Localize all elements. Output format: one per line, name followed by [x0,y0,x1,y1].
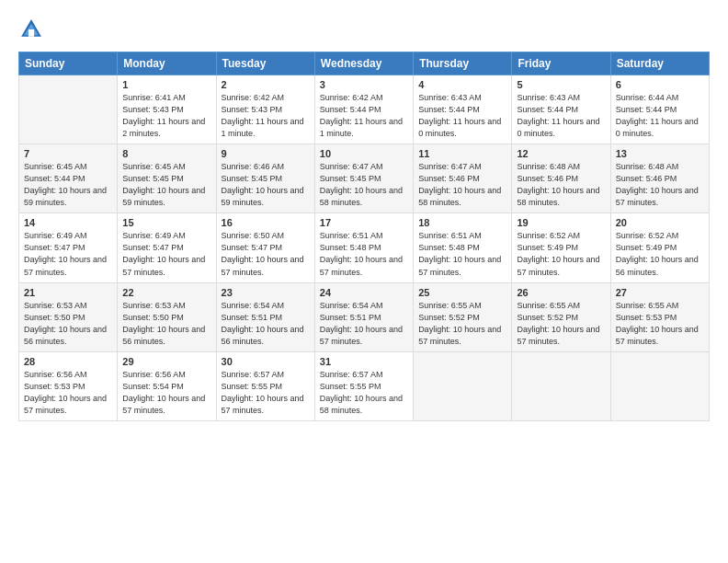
sunset-text: Sunset: 5:46 PM [517,173,605,185]
sunrise-text: Sunrise: 6:57 AM [222,369,310,381]
calendar-cell: 21Sunrise: 6:53 AMSunset: 5:50 PMDayligh… [19,282,118,351]
calendar-cell: 26Sunrise: 6:55 AMSunset: 5:52 PMDayligh… [512,282,610,351]
calendar-cell: 23Sunrise: 6:54 AMSunset: 5:51 PMDayligh… [216,282,314,351]
day-number: 18 [418,217,506,228]
calendar-cell [19,75,118,144]
calendar-cell: 3Sunrise: 6:42 AMSunset: 5:44 PMDaylight… [314,75,413,144]
day-number: 7 [24,148,112,159]
sunrise-text: Sunrise: 6:53 AM [122,300,210,312]
day-number: 24 [320,287,408,298]
daylight-text: Daylight: 11 hours and 0 minutes. [616,116,704,140]
sunrise-text: Sunrise: 6:48 AM [616,161,704,173]
cell-content: Sunrise: 6:56 AMSunset: 5:53 PMDaylight:… [24,369,112,417]
daylight-text: Daylight: 10 hours and 59 minutes. [222,185,310,209]
day-number: 15 [122,217,210,228]
sunset-text: Sunset: 5:49 PM [517,242,605,254]
logo [18,17,48,42]
cell-content: Sunrise: 6:54 AMSunset: 5:51 PMDaylight:… [222,300,310,348]
cell-content: Sunrise: 6:43 AMSunset: 5:44 PMDaylight:… [517,92,605,140]
daylight-text: Daylight: 10 hours and 59 minutes. [24,185,112,209]
page: SundayMondayTuesdayWednesdayThursdayFrid… [0,0,728,563]
sunset-text: Sunset: 5:50 PM [24,312,112,324]
calendar-cell: 12Sunrise: 6:48 AMSunset: 5:46 PMDayligh… [512,144,610,213]
calendar-cell: 29Sunrise: 6:56 AMSunset: 5:54 PMDayligh… [118,351,216,420]
day-number: 17 [320,217,408,228]
sunset-text: Sunset: 5:44 PM [320,104,408,116]
calendar-cell: 11Sunrise: 6:47 AMSunset: 5:46 PMDayligh… [414,144,512,213]
week-row-3: 14Sunrise: 6:49 AMSunset: 5:47 PMDayligh… [19,213,710,282]
svg-rect-2 [28,29,34,37]
calendar-cell [414,351,512,420]
sunset-text: Sunset: 5:46 PM [418,173,506,185]
daylight-text: Daylight: 11 hours and 0 minutes. [517,116,605,140]
sunset-text: Sunset: 5:45 PM [122,173,210,185]
calendar-cell: 15Sunrise: 6:49 AMSunset: 5:47 PMDayligh… [118,213,216,282]
daylight-text: Daylight: 11 hours and 0 minutes. [418,116,506,140]
calendar-table: SundayMondayTuesdayWednesdayThursdayFrid… [18,52,710,421]
sunset-text: Sunset: 5:47 PM [122,242,210,254]
calendar-cell: 16Sunrise: 6:50 AMSunset: 5:47 PMDayligh… [216,213,314,282]
cell-content: Sunrise: 6:49 AMSunset: 5:47 PMDaylight:… [122,230,210,278]
daylight-text: Daylight: 10 hours and 57 minutes. [320,324,408,348]
sunrise-text: Sunrise: 6:54 AM [222,300,310,312]
sunrise-text: Sunrise: 6:55 AM [418,300,506,312]
day-number: 19 [517,217,605,228]
day-number: 27 [616,287,704,298]
sunset-text: Sunset: 5:46 PM [616,173,704,185]
sunset-text: Sunset: 5:45 PM [320,173,408,185]
sunset-text: Sunset: 5:44 PM [24,173,112,185]
sunrise-text: Sunrise: 6:56 AM [24,369,112,381]
daylight-text: Daylight: 11 hours and 1 minute. [320,116,408,140]
daylight-text: Daylight: 10 hours and 56 minutes. [616,254,704,278]
cell-content: Sunrise: 6:55 AMSunset: 5:52 PMDaylight:… [517,300,605,348]
sunset-text: Sunset: 5:51 PM [222,312,310,324]
cell-content: Sunrise: 6:54 AMSunset: 5:51 PMDaylight:… [320,300,408,348]
sunrise-text: Sunrise: 6:42 AM [320,92,408,104]
week-row-1: 1Sunrise: 6:41 AMSunset: 5:43 PMDaylight… [19,75,710,144]
sunset-text: Sunset: 5:44 PM [616,104,704,116]
cell-content: Sunrise: 6:53 AMSunset: 5:50 PMDaylight:… [122,300,210,348]
calendar-cell: 28Sunrise: 6:56 AMSunset: 5:53 PMDayligh… [19,351,118,420]
sunset-text: Sunset: 5:52 PM [517,312,605,324]
daylight-text: Daylight: 10 hours and 57 minutes. [418,254,506,278]
daylight-text: Daylight: 10 hours and 57 minutes. [517,324,605,348]
sunrise-text: Sunrise: 6:45 AM [122,161,210,173]
sunrise-text: Sunrise: 6:52 AM [616,230,704,242]
cell-content: Sunrise: 6:45 AMSunset: 5:44 PMDaylight:… [24,161,112,209]
calendar-cell: 2Sunrise: 6:42 AMSunset: 5:43 PMDaylight… [216,75,314,144]
sunset-text: Sunset: 5:48 PM [418,242,506,254]
cell-content: Sunrise: 6:49 AMSunset: 5:47 PMDaylight:… [24,230,112,278]
col-header-thursday: Thursday [414,52,512,75]
week-row-4: 21Sunrise: 6:53 AMSunset: 5:50 PMDayligh… [19,282,710,351]
calendar-cell: 22Sunrise: 6:53 AMSunset: 5:50 PMDayligh… [118,282,216,351]
sunset-text: Sunset: 5:47 PM [222,242,310,254]
calendar-cell: 14Sunrise: 6:49 AMSunset: 5:47 PMDayligh… [19,213,118,282]
sunset-text: Sunset: 5:43 PM [122,104,210,116]
day-number: 12 [517,148,605,159]
sunset-text: Sunset: 5:43 PM [222,104,310,116]
daylight-text: Daylight: 10 hours and 57 minutes. [616,185,704,209]
daylight-text: Daylight: 11 hours and 1 minute. [222,116,310,140]
calendar-cell: 27Sunrise: 6:55 AMSunset: 5:53 PMDayligh… [610,282,709,351]
sunset-text: Sunset: 5:49 PM [616,242,704,254]
cell-content: Sunrise: 6:46 AMSunset: 5:45 PMDaylight:… [222,161,310,209]
daylight-text: Daylight: 10 hours and 59 minutes. [122,185,210,209]
calendar-cell [512,351,610,420]
calendar-cell: 17Sunrise: 6:51 AMSunset: 5:48 PMDayligh… [314,213,413,282]
cell-content: Sunrise: 6:51 AMSunset: 5:48 PMDaylight:… [418,230,506,278]
cell-content: Sunrise: 6:45 AMSunset: 5:45 PMDaylight:… [122,161,210,209]
calendar-cell: 13Sunrise: 6:48 AMSunset: 5:46 PMDayligh… [610,144,709,213]
cell-content: Sunrise: 6:48 AMSunset: 5:46 PMDaylight:… [517,161,605,209]
daylight-text: Daylight: 10 hours and 56 minutes. [222,324,310,348]
day-number: 31 [320,356,408,367]
sunrise-text: Sunrise: 6:56 AM [122,369,210,381]
day-number: 29 [122,356,210,367]
col-header-monday: Monday [118,52,216,75]
col-header-sunday: Sunday [19,52,118,75]
sunrise-text: Sunrise: 6:51 AM [418,230,506,242]
sunrise-text: Sunrise: 6:47 AM [418,161,506,173]
daylight-text: Daylight: 10 hours and 58 minutes. [418,185,506,209]
header [18,17,710,42]
day-number: 4 [418,79,506,90]
day-number: 23 [222,287,310,298]
